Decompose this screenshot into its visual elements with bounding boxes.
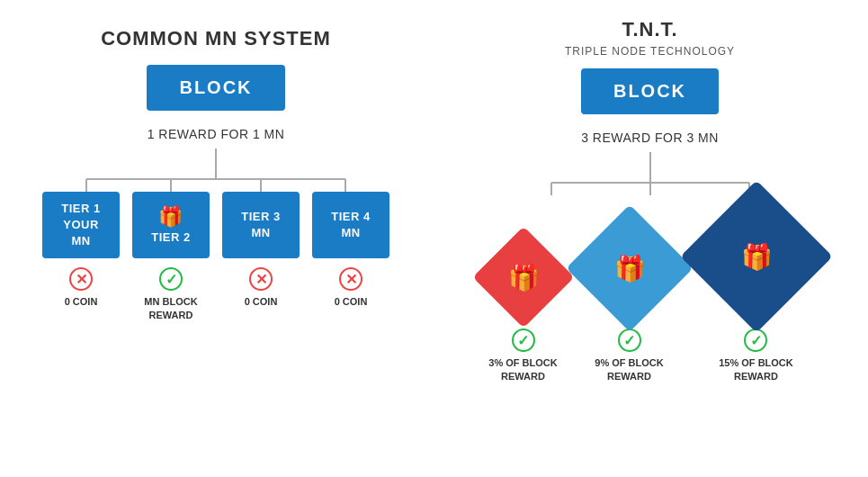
gift-1-icon: 🎁	[507, 263, 539, 292]
gift-2-diamond: 🎁	[566, 204, 693, 331]
gift-2-icon: 🎁	[613, 254, 645, 284]
tier-2-status: ✓	[159, 267, 183, 291]
right-subtitle: TRIPLE NODE TECHNOLOGY	[565, 45, 735, 58]
left-title: COMMON MN SYSTEM	[101, 27, 331, 50]
left-reward-text: 1 REWARD FOR 1 MN	[148, 127, 285, 141]
gift-2-column: 🎁 ✓ 9% OF BLOCKREWARD	[580, 219, 679, 384]
gift-1-diamond-wrapper: 🎁	[483, 237, 564, 318]
gift-3-icon: 🎁	[740, 242, 772, 272]
gift-2-diamond-wrapper: 🎁	[580, 219, 679, 318]
tier-3-column: TIER 3MN ✕ 0 COIN	[220, 192, 301, 309]
gift-1-column: 🎁 ✓ 3% OF BLOCKREWARD	[483, 237, 564, 384]
gift-3-diamond: 🎁	[680, 180, 833, 333]
tier-3-box: TIER 3MN	[222, 192, 300, 258]
tier-3-status: ✕	[249, 267, 273, 291]
tier-1-box: TIER 1YOURMN	[42, 192, 120, 258]
tier-2-gift-icon: 🎁	[158, 204, 183, 230]
left-tree-lines	[45, 166, 387, 192]
tier-3-reward: 0 COIN	[245, 295, 278, 309]
gift-2-reward: 9% OF BLOCKREWARD	[595, 356, 663, 384]
gift-2-status: ✓	[618, 328, 641, 352]
right-vertical-connector	[649, 152, 651, 170]
gift-3-status: ✓	[744, 328, 767, 352]
tiers-row: TIER 1YOURMN ✕ 0 COIN 🎁 TIER 2 ✓ MN BLOC…	[40, 192, 391, 323]
gift-3-diamond-wrapper: 🎁	[695, 195, 818, 318]
tier-1-label: TIER 1YOURMN	[61, 201, 100, 250]
tier-1-reward: 0 COIN	[65, 295, 98, 309]
tier-4-box: TIER 4MN	[312, 192, 389, 258]
gift-3-column: 🎁 ✓ 15% OF BLOCKREWARD	[695, 195, 818, 384]
right-block-button: BLOCK	[581, 68, 719, 114]
gifts-row: 🎁 ✓ 3% OF BLOCKREWARD 🎁 ✓ 9% OF BLOCKR	[483, 195, 818, 384]
tier-4-label: TIER 4MN	[331, 209, 370, 241]
right-reward-text: 3 REWARD FOR 3 MN	[581, 130, 719, 145]
tier-4-status: ✕	[339, 267, 362, 291]
gift-1-diamond: 🎁	[472, 226, 574, 328]
tier-2-column: 🎁 TIER 2 ✓ MN BLOCKREWARD	[130, 192, 211, 323]
tier-1-status: ✕	[69, 267, 93, 291]
left-panel: COMMON MN SYSTEM BLOCK 1 REWARD FOR 1 MN…	[0, 0, 432, 477]
tier-2-label: TIER 2	[151, 230, 190, 246]
tier-2-reward: MN BLOCKREWARD	[144, 295, 197, 323]
left-vertical-connector	[215, 148, 217, 166]
gift-3-reward: 15% OF BLOCKREWARD	[719, 356, 793, 384]
right-title: T.N.T.	[622, 18, 677, 41]
left-block-button: BLOCK	[147, 65, 284, 111]
tier-4-reward: 0 COIN	[335, 295, 368, 309]
tier-2-box: 🎁 TIER 2	[132, 192, 210, 258]
tier-3-label: TIER 3MN	[241, 209, 280, 241]
tier-1-column: TIER 1YOURMN ✕ 0 COIN	[40, 192, 121, 309]
gift-1-status: ✓	[512, 328, 535, 352]
tier-4-column: TIER 4MN ✕ 0 COIN	[310, 192, 391, 309]
right-panel: T.N.T. TRIPLE NODE TECHNOLOGY BLOCK 3 RE…	[432, 0, 868, 477]
gift-1-reward: 3% OF BLOCKREWARD	[488, 356, 557, 384]
